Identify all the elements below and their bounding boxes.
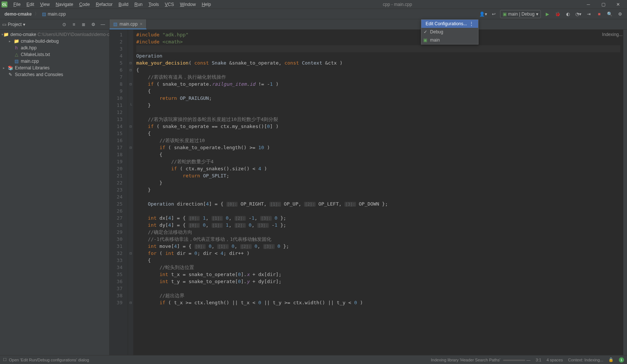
chevron-down-icon: ▾	[536, 12, 538, 17]
hpp-icon: h	[13, 45, 19, 50]
run-config-debug-item[interactable]: ✓ Debug	[421, 28, 478, 36]
fold-gutter[interactable]: ⊟⊟⊟└⊟⊟⊟⊟	[128, 30, 133, 355]
settings-icon[interactable]: ⚙	[616, 10, 624, 18]
tree-node[interactable]: ▾📁demo-cmakeC:\Users\UNIDY\Downloads\dem…	[0, 31, 109, 38]
app-icon: ▣	[423, 37, 428, 43]
check-icon: ✓	[424, 29, 427, 35]
project-panel-icon: ▭	[2, 22, 6, 27]
window-title: cpp - main.cpp	[214, 2, 581, 7]
run-button[interactable]: ▶	[543, 10, 551, 18]
breadcrumb-file[interactable]: ▤ main.cpp	[40, 11, 67, 17]
line-number-gutter: 1234567891011121314151617181920212223242…	[110, 30, 128, 355]
editor-area: ▤ main.cpp × Indexing... 123456789101112…	[110, 19, 627, 355]
status-message: Open 'Edit Run/Debug configurations' dia…	[9, 358, 89, 362]
menu-view[interactable]: View	[37, 0, 53, 9]
statusbar: ☐ Open 'Edit Run/Debug configurations' d…	[0, 355, 627, 364]
indexing-status[interactable]: Indexing library 'Header Search Paths' —	[431, 358, 530, 362]
run-config-menu: Edit Configurations... ⋮ ✓ Debug ▣ main	[421, 19, 479, 45]
tree-node[interactable]: ▸📁cmake-build-debug	[0, 38, 109, 45]
code-editor[interactable]: #include "adk.hpp"#include <cmath> Opera…	[133, 30, 623, 355]
minimize-button[interactable]: ─	[581, 0, 596, 9]
menu-run[interactable]: Run	[131, 0, 146, 9]
folder-icon: 📁	[3, 32, 9, 37]
minimap-scrollbar[interactable]	[623, 30, 627, 355]
pause-icon[interactable]: —	[526, 358, 530, 362]
menu-window[interactable]: Window	[177, 0, 199, 9]
project-panel: ▭ Project ▾ ⊙ ≡ ≣ ⚙ — ▾📁demo-cmakeC:\Use…	[0, 19, 110, 355]
editor-tab-main-cpp[interactable]: ▤ main.cpp ×	[110, 19, 147, 29]
breadcrumb-separator-icon: 〉	[35, 11, 39, 17]
search-icon[interactable]: 🔍	[605, 10, 614, 18]
maximize-button[interactable]: ▢	[596, 0, 611, 9]
menubar: CL FileEditViewNavigateCodeRefactorBuild…	[0, 0, 627, 9]
menu-edit[interactable]: Edit	[23, 0, 37, 9]
menu-tools[interactable]: Tools	[146, 0, 162, 9]
cursor-position[interactable]: 3:1	[536, 358, 541, 362]
hide-panel-icon[interactable]: —	[99, 20, 107, 29]
project-panel-title[interactable]: Project	[8, 22, 22, 27]
indent-setting[interactable]: 4 spaces	[546, 358, 563, 362]
folder-icon: 📁	[13, 39, 19, 44]
context-status[interactable]: Context: Indexing...	[568, 358, 603, 362]
menu-vcs[interactable]: VCS	[162, 0, 177, 9]
add-user-icon[interactable]: 👤▾	[479, 10, 487, 18]
tree-node[interactable]: ▤main.cpp	[0, 58, 109, 65]
lock-icon[interactable]: 🔒	[608, 357, 614, 362]
chevron-down-icon[interactable]: ▾	[23, 22, 25, 27]
run-config-main-item[interactable]: ▣ main	[421, 36, 478, 44]
menu-navigate[interactable]: Navigate	[53, 0, 76, 9]
tree-node[interactable]: hadk.hpp	[0, 45, 109, 51]
coverage-icon[interactable]: ◐	[564, 10, 572, 18]
menu-help[interactable]: Help	[199, 0, 214, 9]
indexing-label: Indexing...	[602, 32, 623, 37]
expand-all-icon[interactable]: ≡	[70, 20, 78, 29]
navbar: demo-cmake 〉 ▤ main.cpp 👤▾ ↩ ▣ main | De…	[0, 9, 627, 19]
app-icon: ▣	[503, 12, 507, 17]
stop-button[interactable]: ■	[595, 10, 603, 18]
breadcrumb-project[interactable]: demo-cmake	[3, 11, 33, 17]
tool-window-quick-access-icon[interactable]: ☐	[3, 357, 7, 362]
close-tab-icon[interactable]: ×	[140, 22, 143, 27]
tree-node[interactable]: ▸📚External Libraries	[0, 65, 109, 71]
close-window-button[interactable]: ✕	[611, 0, 626, 9]
project-tree: ▾📁demo-cmakeC:\Users\UNIDY\Downloads\dem…	[0, 30, 109, 79]
menu-file[interactable]: File	[10, 0, 23, 9]
cpp-file-icon: ▤	[113, 22, 117, 27]
menu-build[interactable]: Build	[115, 0, 131, 9]
cmake-icon: △	[13, 52, 19, 57]
attach-icon[interactable]: ⇥	[585, 10, 593, 18]
cpp-icon: ▤	[13, 59, 19, 64]
edit-configurations-item[interactable]: Edit Configurations... ⋮	[421, 20, 478, 28]
debug-button[interactable]: 🐞	[553, 10, 562, 18]
menu-refactor[interactable]: Refactor	[93, 0, 115, 9]
progress-bar	[503, 360, 525, 361]
editor-tabs: ▤ main.cpp ×	[110, 19, 627, 30]
cpp-file-icon: ▤	[42, 12, 46, 17]
collapse-all-icon[interactable]: ≣	[79, 20, 88, 29]
back-icon[interactable]: ↩	[490, 10, 498, 18]
inspection-indicator[interactable]: 1	[619, 357, 624, 363]
select-opened-file-icon[interactable]: ⊙	[60, 20, 68, 29]
breadcrumb: demo-cmake 〉 ▤ main.cpp	[0, 11, 70, 17]
tree-node[interactable]: △CMakeLists.txt	[0, 51, 109, 58]
menu-code[interactable]: Code	[76, 0, 93, 9]
profile-icon[interactable]: ◔▾	[574, 10, 582, 18]
gear-icon[interactable]: ⚙	[89, 20, 97, 29]
app-logo: CL	[1, 1, 7, 7]
scratch-icon: ✎	[7, 72, 13, 77]
project-panel-header: ▭ Project ▾ ⊙ ≡ ≣ ⚙ —	[0, 19, 109, 30]
tree-node[interactable]: ✎Scratches and Consoles	[0, 71, 109, 78]
lib-icon: 📚	[7, 65, 13, 70]
run-configuration-dropdown[interactable]: ▣ main | Debug ▾	[500, 10, 541, 18]
